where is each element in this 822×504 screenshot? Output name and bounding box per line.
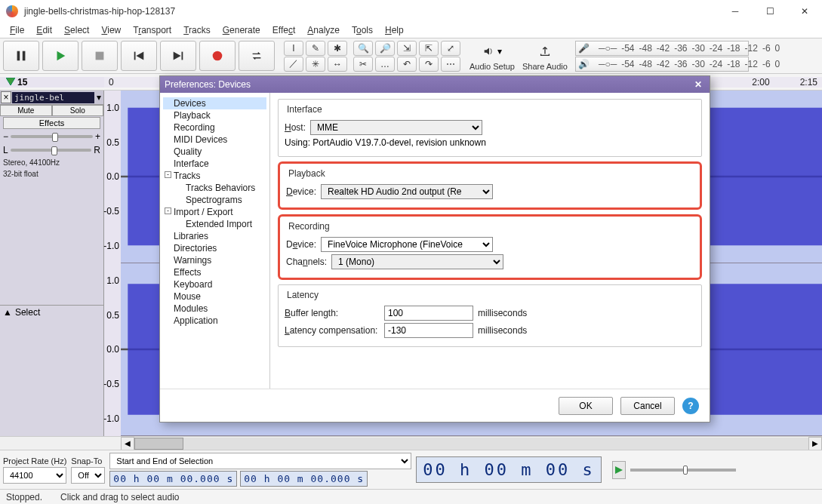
rec-slider-icon[interactable]: ─○─ [599,43,617,54]
tree-item-recording[interactable]: Recording [163,121,266,134]
horizontal-scrollbar[interactable]: ◀ ▶ [0,436,822,450]
tree-item-tracks-behaviors[interactable]: Tracks Behaviors [163,182,266,194]
project-rate-select[interactable]: 44100 [3,467,66,484]
minimize-button[interactable]: ─ [718,0,753,23]
latency-comp-input[interactable] [384,323,473,338]
play-at-speed-button[interactable] [612,461,626,479]
tree-item-warnings[interactable]: Warnings [163,254,266,266]
redo-icon[interactable]: ↷ [419,57,439,72]
menu-view[interactable]: View [96,23,126,37]
undo-icon[interactable]: ↶ [397,57,417,72]
zoom-out-icon[interactable]: 🔎 [375,41,395,56]
menu-help[interactable]: Help [380,23,409,37]
fit-selection-icon[interactable]: ⇲ [397,41,417,56]
share-audio-label[interactable]: Share Audio [522,62,568,71]
window-title: jingle-bells-christmas-hip-hop-128137 [24,6,718,17]
skip-start-button[interactable] [121,41,157,71]
tree-item-libraries[interactable]: Libraries [163,230,266,242]
tree-item-effects[interactable]: Effects [163,266,266,278]
tree-item-tracks[interactable]: -Tracks [163,170,266,182]
track-close-button[interactable]: × [1,91,11,103]
menu-tracks[interactable]: Tracks [178,23,216,37]
maximize-button[interactable]: ☐ [753,0,787,23]
tree-expander-icon[interactable]: - [165,171,171,178]
timeshift-tool-icon[interactable]: ↔ [328,57,347,72]
tree-item-application[interactable]: Application [163,315,266,327]
close-button[interactable]: ✕ [787,0,822,23]
zoom-toggle-icon[interactable]: ⤢ [441,41,460,56]
preferences-tree[interactable]: DevicesPlaybackRecordingMIDI DevicesQual… [160,93,270,389]
play-meter[interactable]: 🔊─○─ -54-48-42-36-30-24-18-12-60 [575,57,749,72]
selection-tool-icon[interactable]: I [284,41,303,56]
svg-rect-0 [17,51,20,61]
help-button[interactable]: ? [682,398,699,414]
scroll-thumb[interactable] [134,438,183,450]
tree-item-spectrograms[interactable]: Spectrograms [163,194,266,206]
trim-icon[interactable]: ✂ [353,57,373,72]
multi-tool-icon[interactable]: ✱ [328,41,347,56]
tree-item-modules[interactable]: Modules [163,303,266,315]
tree-item-interface[interactable]: Interface [163,158,266,170]
menu-tools[interactable]: Tools [346,23,378,37]
record-meter[interactable]: 🎤─○─ -54-48-42-36-30-24-18-12-60 [575,41,749,56]
tree-expander-icon[interactable]: - [165,207,171,214]
menu-analyze[interactable]: Analyze [302,23,345,37]
mute-button[interactable]: Mute [0,105,52,116]
menu-effect[interactable]: Effect [267,23,300,37]
loop-button[interactable] [239,41,275,71]
host-select[interactable]: MME [310,120,482,135]
position-timecode[interactable]: 00 h 00 m 00 s [416,456,601,483]
gain-slider[interactable]: −+ [0,130,103,143]
menu-generate[interactable]: Generate [217,23,266,37]
silence-icon[interactable]: … [375,57,395,72]
buffer-input[interactable] [384,306,473,321]
zoom-tool-icon[interactable]: ✳ [306,57,325,72]
more-icon[interactable]: ⋯ [441,57,460,72]
svg-rect-1 [23,51,26,61]
chevron-down-icon[interactable]: ▾ [497,46,502,57]
tree-item-mouse[interactable]: Mouse [163,290,266,303]
track-select-button[interactable]: ▲Select [0,305,103,319]
selection-end-timecode[interactable]: 00 h 00 m 00.000 s [240,471,368,487]
fit-project-icon[interactable]: ⇱ [419,41,439,56]
tree-item-playback[interactable]: Playback [163,109,266,121]
selection-mode-select[interactable]: Start and End of Selection [109,453,411,469]
ok-button[interactable]: OK [559,397,613,415]
tree-item-midi-devices[interactable]: MIDI Devices [163,134,266,146]
draw-tool-icon[interactable]: ／ [284,57,303,72]
effects-button[interactable]: Effects [3,117,100,129]
track-menu-icon[interactable]: ▾ [94,92,103,103]
skip-end-button[interactable] [160,41,196,71]
channels-select[interactable]: 1 (Mono) [331,254,503,269]
record-button[interactable] [199,41,236,71]
tree-item-directories[interactable]: Directories [163,242,266,254]
cancel-button[interactable]: Cancel [620,397,675,415]
playback-device-select[interactable]: Realtek HD Audio 2nd output (Re [321,184,493,199]
play-slider-icon[interactable]: ─○─ [599,59,617,69]
scroll-right-icon[interactable]: ▶ [808,437,822,450]
selection-start-timecode[interactable]: 00 h 00 m 00.000 s [109,471,237,487]
pan-slider[interactable]: LR [0,143,103,157]
menu-select[interactable]: Select [59,23,94,37]
tree-item-quality[interactable]: Quality [163,146,266,158]
playback-speed-slider[interactable] [630,469,736,472]
scroll-left-icon[interactable]: ◀ [121,437,134,450]
zoom-in-icon[interactable]: 🔍 [353,41,373,56]
dialog-titlebar[interactable]: Preferences: Devices ✕ [160,76,710,93]
menu-edit[interactable]: Edit [31,23,57,37]
dialog-close-button[interactable]: ✕ [691,79,705,90]
play-button[interactable] [42,41,79,71]
menu-transport[interactable]: Transport [128,23,177,37]
snap-select[interactable]: Off [71,467,105,484]
tree-item-keyboard[interactable]: Keyboard [163,278,266,290]
audio-setup-label[interactable]: Audio Setup [469,62,515,71]
pause-button[interactable] [3,41,39,71]
solo-button[interactable]: Solo [52,105,104,116]
tree-item-import-export[interactable]: -Import / Export [163,206,266,218]
envelope-tool-icon[interactable]: ✎ [306,41,325,56]
recording-device-select[interactable]: FineVoice Microphone (FineVoice [321,237,493,252]
tree-item-devices[interactable]: Devices [163,97,266,109]
menu-file[interactable]: File [5,23,29,37]
stop-button[interactable] [82,41,118,71]
tree-item-extended-import[interactable]: Extended Import [163,218,266,230]
